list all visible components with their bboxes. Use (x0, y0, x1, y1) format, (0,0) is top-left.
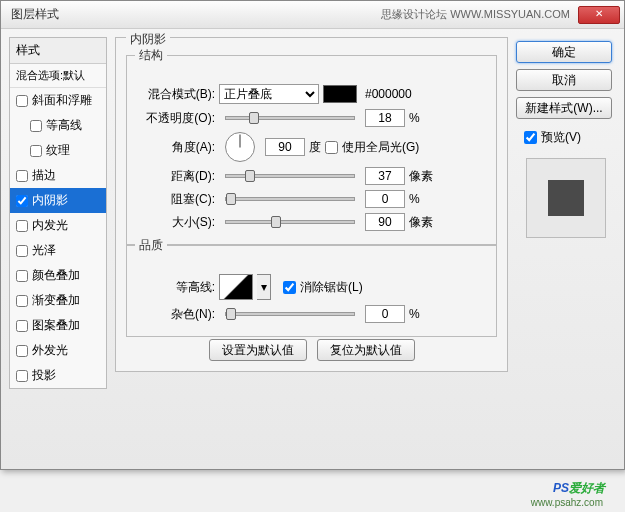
opacity-input[interactable] (365, 109, 405, 127)
style-checkbox[interactable] (16, 95, 28, 107)
quality-title: 品质 (135, 237, 167, 254)
size-unit: 像素 (409, 214, 433, 231)
style-item-7[interactable]: 颜色叠加 (10, 263, 106, 288)
reset-default-button[interactable]: 复位为默认值 (317, 339, 415, 361)
blend-options-default[interactable]: 混合选项:默认 (10, 64, 106, 88)
preview-box (526, 158, 606, 238)
choke-label: 阻塞(C): (135, 191, 215, 208)
structure-fieldset: 结构 混合模式(B): 正片叠底 #000000 不透明度(O): % (126, 55, 497, 245)
contour-label: 等高线: (135, 279, 215, 296)
color-swatch[interactable] (323, 85, 357, 103)
style-checkbox[interactable] (16, 370, 28, 382)
style-checkbox[interactable] (16, 320, 28, 332)
distance-slider[interactable] (225, 174, 355, 178)
style-label: 投影 (32, 367, 56, 384)
opacity-label: 不透明度(O): (135, 110, 215, 127)
style-item-9[interactable]: 图案叠加 (10, 313, 106, 338)
style-label: 外发光 (32, 342, 68, 359)
noise-slider[interactable] (225, 312, 355, 316)
style-label: 图案叠加 (32, 317, 80, 334)
contour-picker[interactable] (219, 274, 253, 300)
choke-unit: % (409, 192, 420, 206)
style-checkbox[interactable] (16, 245, 28, 257)
style-checkbox[interactable] (30, 145, 42, 157)
antialias-label: 消除锯齿(L) (300, 279, 363, 296)
angle-label: 角度(A): (135, 139, 215, 156)
style-label: 斜面和浮雕 (32, 92, 92, 109)
style-label: 内阴影 (32, 192, 68, 209)
style-item-2[interactable]: 纹理 (10, 138, 106, 163)
style-item-4[interactable]: 内阴影 (10, 188, 106, 213)
styles-group: 样式 混合选项:默认 斜面和浮雕等高线纹理描边内阴影内发光光泽颜色叠加渐变叠加图… (9, 37, 107, 389)
blend-mode-label: 混合模式(B): (135, 86, 215, 103)
set-default-button[interactable]: 设置为默认值 (209, 339, 307, 361)
structure-title: 结构 (135, 47, 167, 64)
forum-text: 思缘设计论坛 WWW.MISSYUAN.COM (381, 7, 570, 22)
content-area: 样式 混合选项:默认 斜面和浮雕等高线纹理描边内阴影内发光光泽颜色叠加渐变叠加图… (1, 29, 624, 469)
blend-mode-select[interactable]: 正片叠底 (219, 84, 319, 104)
right-buttons-column: 确定 取消 新建样式(W)... 预览(V) (516, 37, 616, 461)
new-style-button[interactable]: 新建样式(W)... (516, 97, 612, 119)
close-button[interactable]: ✕ (578, 6, 620, 24)
quality-fieldset: 品质 等高线: ▾ 消除锯齿(L) 杂色(N): % (126, 245, 497, 337)
style-item-6[interactable]: 光泽 (10, 238, 106, 263)
size-slider[interactable] (225, 220, 355, 224)
choke-slider[interactable] (225, 197, 355, 201)
opacity-slider[interactable] (225, 116, 355, 120)
style-checkbox[interactable] (16, 295, 28, 307)
color-hex: #000000 (365, 87, 412, 101)
antialias-checkbox[interactable] (283, 281, 296, 294)
opacity-unit: % (409, 111, 420, 125)
styles-list-column: 样式 混合选项:默认 斜面和浮雕等高线纹理描边内阴影内发光光泽颜色叠加渐变叠加图… (9, 37, 107, 461)
style-checkbox[interactable] (16, 345, 28, 357)
style-item-5[interactable]: 内发光 (10, 213, 106, 238)
settings-column: 内阴影 结构 混合模式(B): 正片叠底 #000000 不透明度(O): % (115, 37, 508, 461)
style-checkbox[interactable] (16, 170, 28, 182)
defaults-buttons: 设置为默认值 复位为默认值 (126, 339, 497, 361)
style-item-1[interactable]: 等高线 (10, 113, 106, 138)
watermark-logo: PS爱好者 (553, 472, 605, 498)
noise-label: 杂色(N): (135, 306, 215, 323)
titlebar: 图层样式 思缘设计论坛 WWW.MISSYUAN.COM ✕ (1, 1, 624, 29)
panel-title: 内阴影 (126, 31, 170, 48)
style-checkbox[interactable] (30, 120, 42, 132)
style-item-8[interactable]: 渐变叠加 (10, 288, 106, 313)
style-item-10[interactable]: 外发光 (10, 338, 106, 363)
layer-style-dialog: 图层样式 思缘设计论坛 WWW.MISSYUAN.COM ✕ 样式 混合选项:默… (0, 0, 625, 470)
style-label: 等高线 (46, 117, 82, 134)
angle-dial[interactable] (225, 132, 255, 162)
contour-dropdown-icon[interactable]: ▾ (257, 274, 271, 300)
style-label: 光泽 (32, 242, 56, 259)
cancel-button[interactable]: 取消 (516, 69, 612, 91)
style-checkbox[interactable] (16, 270, 28, 282)
choke-input[interactable] (365, 190, 405, 208)
preview-row: 预览(V) (516, 129, 616, 146)
noise-input[interactable] (365, 305, 405, 323)
size-label: 大小(S): (135, 214, 215, 231)
style-item-0[interactable]: 斜面和浮雕 (10, 88, 106, 113)
angle-input[interactable] (265, 138, 305, 156)
watermark-url: www.psahz.com (531, 497, 603, 508)
angle-unit: 度 (309, 139, 321, 156)
preview-swatch (548, 180, 584, 216)
style-item-3[interactable]: 描边 (10, 163, 106, 188)
style-label: 渐变叠加 (32, 292, 80, 309)
global-light-checkbox[interactable] (325, 141, 338, 154)
window-title: 图层样式 (11, 6, 381, 23)
distance-input[interactable] (365, 167, 405, 185)
style-checkbox[interactable] (16, 220, 28, 232)
style-label: 内发光 (32, 217, 68, 234)
style-label: 颜色叠加 (32, 267, 80, 284)
style-label: 描边 (32, 167, 56, 184)
preview-label: 预览(V) (541, 129, 581, 146)
noise-unit: % (409, 307, 420, 321)
ok-button[interactable]: 确定 (516, 41, 612, 63)
style-label: 纹理 (46, 142, 70, 159)
distance-label: 距离(D): (135, 168, 215, 185)
style-checkbox[interactable] (16, 195, 28, 207)
size-input[interactable] (365, 213, 405, 231)
styles-header: 样式 (10, 38, 106, 64)
global-light-label: 使用全局光(G) (342, 139, 419, 156)
preview-checkbox[interactable] (524, 131, 537, 144)
style-item-11[interactable]: 投影 (10, 363, 106, 388)
